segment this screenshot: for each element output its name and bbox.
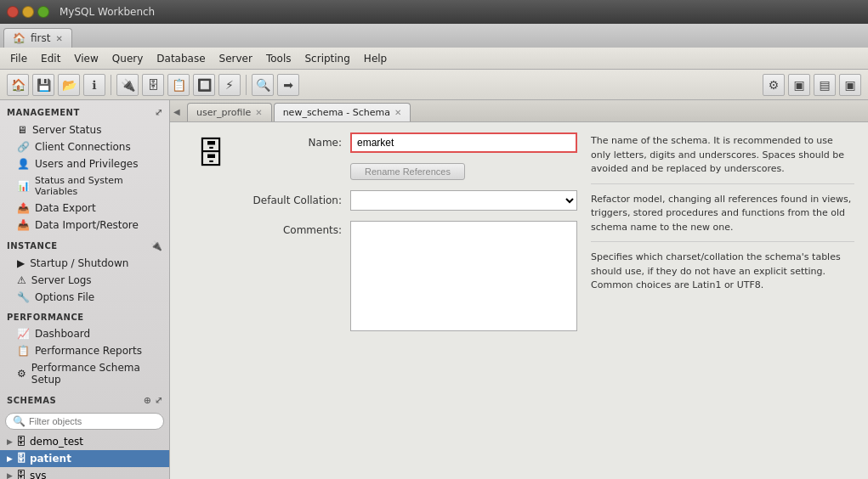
data-import-icon: 📥 [17, 219, 30, 231]
toolbar-separator-1 [111, 75, 111, 95]
content-tab-new-schema[interactable]: new_schema - Schema ✕ [274, 103, 411, 121]
toolbar-layout1-icon[interactable]: ▣ [788, 74, 810, 96]
tab-label: first [31, 32, 50, 44]
content-area: ◀ user_profile ✕ new_schema - Schema ✕ 🗄 [170, 100, 868, 479]
schema-filter-input[interactable] [29, 416, 156, 426]
info-text-3: Specifies which charset/collation the sc… [591, 251, 841, 290]
schemas-expand-icon[interactable]: ⤢ [155, 395, 163, 406]
toolbar-layout3-icon[interactable]: ▣ [839, 74, 861, 96]
menu-edit[interactable]: Edit [34, 51, 67, 66]
toolbar-settings-icon[interactable]: ⚙ [763, 74, 785, 96]
schema-filter[interactable]: 🔍 [5, 413, 164, 430]
info-section-2: Refactor model, changing all references … [591, 193, 854, 243]
menu-database[interactable]: Database [150, 51, 212, 66]
tab-user-profile-label: user_profile [196, 107, 251, 118]
sidebar-item-options-file[interactable]: 🔧 Options File [0, 289, 169, 306]
menu-tools[interactable]: Tools [259, 51, 298, 66]
filter-search-icon: 🔍 [13, 415, 26, 427]
sidebar-item-users-privileges[interactable]: 👤 Users and Privileges [0, 155, 169, 172]
toolbar-execute-btn[interactable]: ➡ [277, 74, 299, 96]
schema-arrow-sys: ▶ [7, 471, 13, 479]
server-logs-icon: ⚠ [17, 274, 26, 286]
schemas-label: SCHEMAS [7, 396, 56, 405]
sidebar-item-startup-shutdown[interactable]: ▶ Startup / Shutdown [0, 255, 169, 272]
main-outer: MANAGEMENT ⤢ 🖥 Server Status 🔗 Client Co… [0, 100, 868, 479]
users-privileges-icon: 👤 [17, 158, 30, 170]
form-row-comments: Comments: [248, 221, 577, 331]
toolbar-proc-btn[interactable]: ⚡ [218, 74, 241, 96]
server-status-icon: 🖥 [17, 124, 27, 136]
status-variables-icon: 📊 [17, 180, 30, 192]
comments-textarea[interactable] [350, 221, 577, 331]
sidebar-item-perf-reports[interactable]: 📋 Performance Reports [0, 342, 169, 359]
dashboard-icon: 📈 [17, 328, 30, 340]
toolbar-view-btn[interactable]: 🔲 [193, 74, 215, 96]
menu-view[interactable]: View [67, 51, 105, 66]
content-body: 🗄 Name: Rename References Default Collat… [170, 122, 868, 479]
info-panel: The name of the schema. It is recommende… [591, 132, 854, 469]
schema-icon-area: 🗄 [184, 132, 235, 469]
content-tabs: ◀ user_profile ✕ new_schema - Schema ✕ [170, 100, 868, 122]
startup-shutdown-icon: ▶ [17, 257, 25, 269]
instance-label: INSTANCE [7, 241, 58, 251]
name-input[interactable] [350, 132, 577, 153]
tab-user-profile-close[interactable]: ✕ [255, 108, 262, 117]
sidebar-item-client-connections[interactable]: 🔗 Client Connections [0, 138, 169, 155]
schema-item-sys[interactable]: ▶ 🗄 sys [0, 467, 169, 479]
schema-form: Name: Rename References Default Collatio… [248, 132, 577, 469]
menu-query[interactable]: Query [105, 51, 150, 66]
toolbar-info-btn[interactable]: ℹ [83, 74, 105, 96]
info-section-1: The name of the schema. It is recommende… [591, 134, 854, 184]
toolbar-open-btn[interactable]: 📂 [58, 74, 80, 96]
schemas-add-icon[interactable]: ⊕ [144, 395, 152, 406]
schemas-section-header: SCHEMAS ⊕ ⤢ [0, 392, 169, 409]
menu-help[interactable]: Help [357, 51, 394, 66]
rename-references-button[interactable]: Rename References [350, 163, 465, 180]
sidebar-item-dashboard[interactable]: 📈 Dashboard [0, 325, 169, 342]
tab-close-btn[interactable]: ✕ [55, 34, 62, 43]
management-section-header: MANAGEMENT ⤢ [0, 104, 169, 121]
sidebar-item-data-export[interactable]: 📤 Data Export [0, 200, 169, 217]
toolbar-right: ⚙ ▣ ▤ ▣ [763, 74, 861, 96]
schema-item-patient[interactable]: ▶ 🗄 patient [0, 450, 169, 467]
content-tab-user-profile[interactable]: user_profile ✕ [187, 103, 272, 121]
schema-arrow-demo: ▶ [7, 437, 13, 446]
home-tab-icon: 🏠 [13, 32, 26, 44]
schema-db-icon-sys: 🗄 [16, 470, 26, 479]
toolbar-search-btn[interactable]: 🔍 [252, 74, 274, 96]
toolbar-table-btn[interactable]: 📋 [167, 74, 190, 96]
tab-new-schema-close[interactable]: ✕ [394, 108, 401, 117]
sidebar-item-server-status[interactable]: 🖥 Server Status [0, 121, 169, 138]
menu-scripting[interactable]: Scripting [298, 51, 356, 66]
content-tab-nav-left[interactable]: ◀ [173, 107, 180, 116]
tab-new-schema-label: new_schema - Schema [283, 107, 390, 118]
info-text-1: The name of the schema. It is recommende… [591, 135, 844, 174]
management-label: MANAGEMENT [7, 108, 80, 117]
sidebar-item-perf-schema-setup[interactable]: ⚙ Performance Schema Setup [0, 359, 169, 388]
toolbar-save-btn[interactable]: 💾 [32, 74, 54, 96]
menu-server[interactable]: Server [213, 51, 259, 66]
toolbar-layout2-icon[interactable]: ▤ [814, 74, 836, 96]
toolbar: 🏠 💾 📂 ℹ 🔌 🗄 📋 🔲 ⚡ 🔍 ➡ ⚙ ▣ ▤ ▣ [0, 70, 868, 100]
info-text-2: Refactor model, changing all references … [591, 194, 851, 233]
sidebar-item-data-import[interactable]: 📥 Data Import/Restore [0, 217, 169, 234]
name-label: Name: [248, 137, 342, 149]
sidebar-item-server-logs[interactable]: ⚠ Server Logs [0, 272, 169, 289]
menu-file[interactable]: File [3, 51, 34, 66]
window-controls[interactable] [7, 6, 49, 18]
toolbar-connect-btn[interactable]: 🔌 [116, 74, 139, 96]
close-button[interactable] [7, 6, 19, 18]
schema-item-demo_test[interactable]: ▶ 🗄 demo_test [0, 433, 169, 450]
collation-select[interactable] [350, 190, 577, 211]
schema-db-icon-patient: 🗄 [16, 453, 26, 465]
minimize-button[interactable] [22, 6, 34, 18]
main-tab[interactable]: 🏠 first ✕ [3, 28, 72, 48]
management-expand-icon[interactable]: ⤢ [155, 107, 163, 118]
sidebar-item-status-variables[interactable]: 📊 Status and System Variables [0, 172, 169, 200]
tab-bar: 🏠 first ✕ [0, 24, 868, 48]
title-bar: MySQL Workbench [0, 0, 868, 24]
schema-arrow-patient: ▶ [7, 454, 13, 463]
toolbar-home-btn[interactable]: 🏠 [7, 74, 29, 96]
maximize-button[interactable] [37, 6, 49, 18]
toolbar-db-btn[interactable]: 🗄 [142, 74, 164, 96]
